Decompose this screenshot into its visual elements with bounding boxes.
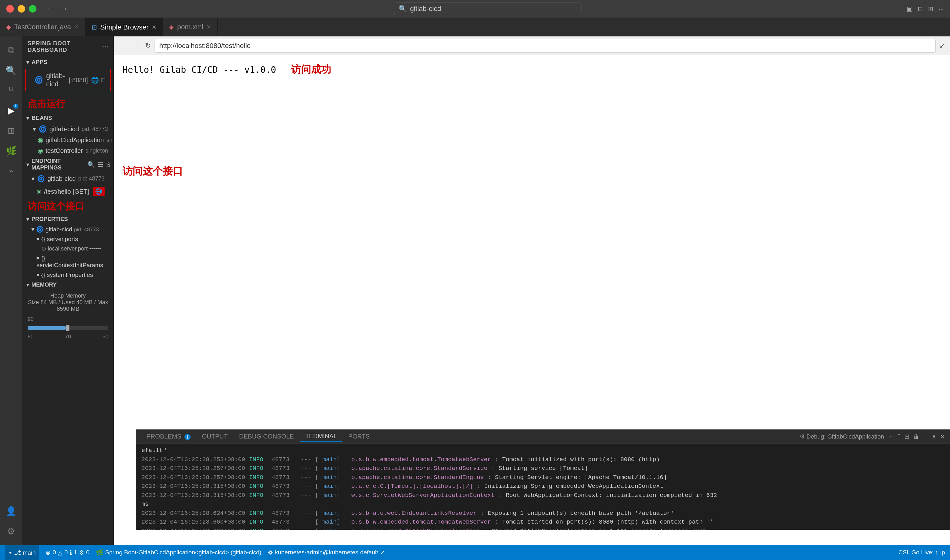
app-item-gitlabcicd[interactable]: 🌀 gitlab-cicd [:8080] 🌐 □ [25, 69, 111, 91]
statusbar-error-count: 0 [52, 549, 56, 556]
traffic-lights [6, 5, 37, 12]
browser-url-input[interactable] [154, 39, 936, 53]
main-layout: ⧉ 🔍 ⑂ ▶ 1 ⊞ 🌿 ⌁ 👤 ⚙ [0, 36, 950, 545]
props-label: PROPERTIES [31, 216, 68, 223]
log-line-ms: ms [141, 500, 945, 509]
sidebar-item-settings[interactable]: ⚙ [3, 522, 20, 540]
tab-close-simplebrowser[interactable]: ✕ [152, 24, 156, 31]
memory-label-heap: Heap Memory [28, 292, 108, 299]
bean-icon-1: ◉ [38, 136, 43, 144]
sidebar-item-spring[interactable]: 🌿 [3, 142, 20, 160]
tab-output[interactable]: OUTPUT [197, 432, 233, 442]
xml-file-icon: ◈ [169, 23, 174, 31]
sidebar-item-search[interactable]: 🔍 [3, 62, 20, 79]
grid-layout-icon[interactable]: ⊞ [928, 5, 933, 12]
browser-forward-button[interactable]: → [132, 40, 141, 51]
terminal-close-icon[interactable]: ✕ [940, 433, 945, 440]
prop-item-3: ▾ {} systemProperties [23, 270, 113, 280]
statusbar-errors[interactable]: ⊗ 0 △ 0 ℹ 1 ⚙ 0 [46, 549, 89, 556]
bean-type-1: singl... [106, 137, 114, 143]
sidebar-item-run[interactable]: ▶ 1 [3, 102, 20, 119]
memory-title[interactable]: ▾ MEMORY [23, 280, 113, 290]
tab-pomxml[interactable]: ◈ pom.xml ✕ [163, 18, 218, 36]
endpoint-group-pid: pid: 48773 [78, 175, 105, 182]
explorer-icon: ⧉ [8, 45, 14, 55]
more-icon[interactable]: ··· [938, 5, 944, 12]
tab-ports[interactable]: PORTS [343, 432, 375, 442]
endpoint-title: ▾ ENDPOINT MAPPINGS [26, 158, 87, 171]
endpoint-chevron: ▾ [26, 162, 29, 168]
endpoint-list-icon[interactable]: ☰ [98, 161, 103, 168]
terminal-panel: PROBLEMS 1 OUTPUT DEBUG CONSOLE TERMINAL… [136, 429, 950, 530]
apps-section-title[interactable]: ▾ APPS [23, 57, 113, 68]
terminal-more-icon[interactable]: ··· [923, 433, 928, 440]
log-line-5: 2023-12-04T16:25:28.315+08:00 INFO 48773… [141, 491, 945, 500]
tab-debug-console[interactable]: DEBUG CONSOLE [234, 432, 299, 442]
tab-label-simplebrowser: Simple Browser [100, 23, 149, 31]
tab-close-pomxml[interactable]: ✕ [207, 23, 211, 31]
endpoint-path-1: /test/hello [GET] [44, 188, 89, 195]
back-button[interactable]: ← [48, 5, 55, 13]
terminal-add-icon[interactable]: ＋ [888, 432, 894, 441]
minimize-button[interactable] [18, 5, 25, 12]
tab-terminal[interactable]: TERMINAL [300, 431, 342, 442]
close-button[interactable] [6, 5, 14, 12]
statusbar-right: CSL Go Live: ↑up [899, 549, 945, 556]
beans-group-icon: ▾ [33, 125, 36, 133]
browser-refresh-button[interactable]: ↻ [145, 42, 151, 50]
app-window-icon[interactable]: □ [102, 76, 105, 84]
beans-section-title[interactable]: ▾ BEANS [23, 113, 113, 123]
endpoint-copy-icon[interactable]: ⎘ [106, 161, 109, 168]
props-group: ▾ 🌀 gitlab-cicd pid: 48773 [23, 225, 113, 234]
sidebar-item-explorer[interactable]: ⧉ [3, 42, 20, 59]
props-title[interactable]: ▾ PROPERTIES [23, 214, 113, 225]
terminal-minimize-icon[interactable]: ∧ [932, 433, 936, 440]
panel-layout-icon[interactable]: ▣ [907, 5, 913, 12]
account-icon: 👤 [6, 506, 17, 516]
bean-item-1[interactable]: ◉ gitlabCicdApplication singl... [23, 135, 113, 145]
tab-problems[interactable]: PROBLEMS 1 [141, 432, 196, 442]
browser-open-external-button[interactable]: ⤢ [939, 42, 945, 50]
forward-button[interactable]: → [61, 5, 68, 13]
memory-bar-thumb[interactable] [66, 325, 69, 331]
endpoint-group-chevron: ▾ [31, 175, 35, 182]
maximize-button[interactable] [29, 5, 37, 12]
run-badge: 1 [13, 104, 18, 109]
statusbar-app-name: Spring Boot-GitlabCicdApplication<gitlab… [105, 549, 261, 556]
memory-label: MEMORY [31, 282, 57, 288]
terminal-chevron-icon[interactable]: ˅ [898, 433, 901, 440]
statusbar-remote[interactable]: ⌁ ⎇ main [5, 545, 39, 560]
terminal-split-icon[interactable]: ⊟ [904, 433, 910, 440]
endpoint-globe-button[interactable]: 🌐 [93, 187, 105, 196]
beans-group: ▾ 🌀 gitlab-cicd pid: 48773 [23, 123, 113, 135]
statusbar-error-icon: ⊗ [46, 549, 51, 556]
browser-back-button[interactable]: ← [119, 40, 128, 51]
memory-scale: 80 70 60 [23, 332, 113, 341]
sidebar-more-icon[interactable]: ··· [102, 43, 108, 51]
terminal-trash-icon[interactable]: 🗑 [913, 433, 919, 440]
sidebar-item-remote[interactable]: ⌁ [3, 162, 20, 180]
statusbar-kubernetes: ☸ kubernetes-admin@kubernetes default ✓ [268, 549, 385, 556]
tab-simplebrowser[interactable]: ⊡ Simple Browser ✕ [85, 18, 163, 36]
tab-testcontroller[interactable]: ◆ TestController.java ✕ [0, 18, 85, 36]
sidebar-item-account[interactable]: 👤 [3, 502, 20, 520]
log-line-4: 2023-12-04T16:25:28.315+08:00 INFO 48773… [141, 482, 945, 491]
titlebar-nav: ← → [48, 5, 68, 13]
sidebar-header-icons: ··· [102, 43, 108, 51]
beans-group-pid: pid: 48773 [82, 126, 108, 132]
sidebar-item-extensions[interactable]: ⊞ [3, 122, 20, 139]
sidebar-item-source-control[interactable]: ⑂ [3, 82, 20, 99]
log-line-1: 2023-12-04T16:25:28.253+08:00 INFO 48773… [141, 455, 945, 464]
app-globe-icon[interactable]: 🌐 [91, 76, 99, 84]
endpoint-search-icon[interactable]: 🔍 [87, 161, 95, 168]
statusbar-info-icon: ℹ [70, 549, 72, 556]
search-box[interactable]: 🔍 gitlab-cicd [393, 3, 581, 15]
tab-close-testcontroller[interactable]: ✕ [74, 23, 79, 31]
bean-item-2[interactable]: ◉ testController singleton [23, 145, 113, 156]
search-text: gitlab-cicd [410, 5, 441, 13]
app-name: gitlab-cicd [46, 72, 66, 88]
split-layout-icon[interactable]: ⊟ [918, 5, 923, 12]
browser-file-icon: ⊡ [92, 23, 97, 31]
log-line-2: 2023-12-04T16:25:28.257+08:00 INFO 48773… [141, 464, 945, 473]
endpoint-item-1[interactable]: ◉ /test/hello [GET] 🌐 [23, 184, 113, 199]
